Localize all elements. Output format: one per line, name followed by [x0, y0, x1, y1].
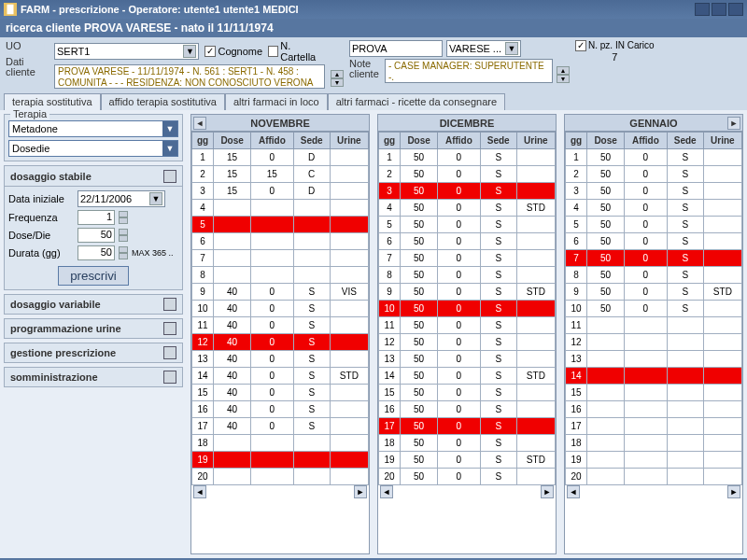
table-cell[interactable]: 4 [192, 200, 214, 217]
table-cell[interactable] [516, 317, 555, 334]
table-cell[interactable]: 13 [566, 351, 587, 368]
table-cell[interactable]: 0 [437, 469, 480, 485]
table-row[interactable]: 11 [566, 317, 742, 334]
table-cell[interactable]: 10 [566, 301, 587, 317]
table-cell[interactable]: S [293, 351, 330, 368]
table-cell[interactable] [667, 368, 703, 385]
table-cell[interactable] [587, 469, 625, 485]
table-cell[interactable] [293, 452, 330, 469]
table-cell[interactable]: 11 [192, 317, 214, 334]
table-cell[interactable] [667, 334, 703, 351]
scroll-left-button[interactable]: ◄ [380, 485, 393, 498]
table-cell[interactable]: 0 [250, 401, 293, 418]
table-cell[interactable]: 0 [624, 284, 667, 301]
table-cell[interactable]: 50 [401, 418, 438, 435]
table-cell[interactable] [516, 250, 555, 267]
table-row[interactable]: 7500S [379, 250, 556, 267]
somministrazione-button[interactable]: somministrazione [4, 367, 183, 387]
dosedie-stepper[interactable] [119, 229, 128, 242]
table-cell[interactable]: 0 [250, 149, 293, 166]
chevron-down-icon[interactable]: ▼ [149, 192, 162, 205]
dosaggio-variabile-button[interactable]: dosaggio variabile [4, 294, 183, 315]
table-row[interactable]: 6500S [566, 233, 742, 250]
table-cell[interactable] [703, 385, 741, 401]
table-cell[interactable]: 15 [192, 385, 214, 401]
table-cell[interactable]: S [293, 418, 330, 435]
table-cell[interactable] [516, 401, 555, 418]
table-cell[interactable]: 10 [379, 301, 401, 317]
table-cell[interactable]: 18 [566, 435, 587, 452]
chevron-down-icon[interactable]: ▼ [183, 45, 196, 58]
table-cell[interactable] [703, 469, 741, 485]
table-row[interactable]: 18 [566, 435, 742, 452]
table-cell[interactable]: 13 [192, 351, 214, 368]
table-cell[interactable]: 0 [624, 267, 667, 284]
table-cell[interactable]: 50 [401, 250, 438, 267]
table-row[interactable]: 21515C [192, 166, 369, 183]
table-cell[interactable] [667, 469, 703, 485]
table-row[interactable]: 15500S [379, 385, 556, 401]
table-cell[interactable] [667, 418, 703, 435]
table-cell[interactable]: D [293, 149, 330, 166]
prova-dropdown[interactable]: PROVA [349, 40, 443, 57]
table-cell[interactable] [703, 418, 741, 435]
table-cell[interactable] [667, 385, 703, 401]
table-cell[interactable] [703, 166, 741, 183]
table-row[interactable]: 10500S [566, 301, 742, 317]
table-cell[interactable]: 11 [379, 317, 401, 334]
table-cell[interactable]: S [293, 368, 330, 385]
table-row[interactable]: 13400S [192, 351, 369, 368]
table-cell[interactable] [624, 334, 667, 351]
scroll-right-button[interactable]: ► [354, 485, 367, 498]
table-cell[interactable] [587, 385, 625, 401]
table-cell[interactable] [330, 250, 368, 267]
table-cell[interactable]: 0 [437, 351, 480, 368]
table-cell[interactable]: 6 [566, 233, 587, 250]
table-cell[interactable] [214, 233, 251, 250]
table-cell[interactable]: 0 [437, 250, 480, 267]
table-cell[interactable]: 9 [566, 284, 587, 301]
gestione-prescrizione-button[interactable]: gestione prescrizione [4, 343, 183, 363]
table-cell[interactable]: 50 [587, 267, 625, 284]
table-cell[interactable]: S [667, 183, 703, 200]
table-cell[interactable] [250, 250, 293, 267]
table-cell[interactable] [330, 452, 368, 469]
chevron-down-icon[interactable]: ▼ [162, 121, 177, 136]
table-cell[interactable] [330, 217, 368, 233]
table-cell[interactable]: 50 [587, 250, 625, 267]
table-cell[interactable] [624, 401, 667, 418]
table-cell[interactable] [250, 267, 293, 284]
table-cell[interactable]: 15 [214, 149, 251, 166]
programmazione-urine-button[interactable]: programmazione urine [4, 318, 183, 339]
table-cell[interactable]: 6 [192, 233, 214, 250]
table-row[interactable]: 19 [566, 452, 742, 469]
table-cell[interactable]: 50 [401, 401, 438, 418]
table-cell[interactable]: S [293, 317, 330, 334]
table-cell[interactable] [330, 149, 368, 166]
table-cell[interactable]: 3 [192, 183, 214, 200]
table-cell[interactable] [330, 351, 368, 368]
table-cell[interactable]: 1 [192, 149, 214, 166]
table-cell[interactable]: 18 [379, 435, 401, 452]
table-cell[interactable] [293, 250, 330, 267]
table-cell[interactable]: 50 [401, 317, 438, 334]
table-cell[interactable]: 50 [401, 435, 438, 452]
table-cell[interactable]: 14 [566, 368, 587, 385]
table-row[interactable]: 2500S [379, 166, 556, 183]
table-cell[interactable]: 0 [624, 250, 667, 267]
table-cell[interactable]: S [480, 301, 516, 317]
table-cell[interactable] [293, 435, 330, 452]
table-cell[interactable]: 13 [379, 351, 401, 368]
table-row[interactable]: 4500S [566, 200, 742, 217]
npz-checkbox[interactable]: ✓N. pz. IN Carico [575, 40, 655, 51]
expand-icon[interactable] [163, 298, 176, 311]
table-cell[interactable] [703, 401, 741, 418]
table-cell[interactable]: 40 [214, 385, 251, 401]
table-row[interactable]: 12400S [192, 334, 369, 351]
table-cell[interactable]: S [293, 334, 330, 351]
table-row[interactable]: 17 [566, 418, 742, 435]
table-cell[interactable]: 8 [566, 267, 587, 284]
table-cell[interactable] [703, 183, 741, 200]
table-cell[interactable]: 50 [587, 284, 625, 301]
chevron-down-icon[interactable]: ▼ [162, 141, 177, 156]
